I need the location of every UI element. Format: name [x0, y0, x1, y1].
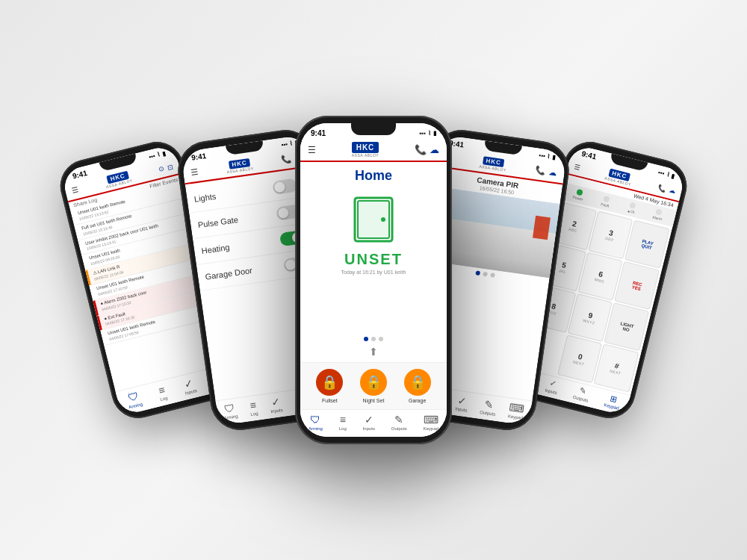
list-icon-outputs: ≡ — [249, 399, 257, 411]
nav-outputs-camera[interactable]: ✎ Outputs — [480, 397, 498, 417]
phone-icon-home[interactable]: 📞 — [415, 144, 427, 155]
battery-icon-keypad: ▮ — [671, 172, 675, 180]
wifi-icon-keypad: ⌇ — [666, 171, 670, 178]
camera-red-object — [533, 216, 551, 240]
output-heating-label: Heating — [201, 243, 230, 255]
battery-icon-home: ▮ — [433, 130, 436, 137]
shield-icon-home: 🛡 — [310, 414, 320, 426]
cloud-icon-home[interactable]: ☁ — [430, 144, 439, 155]
nav-keypad-keypad[interactable]: ⊞ Keypad — [604, 393, 622, 411]
menu-icon-log[interactable]: ☰ — [70, 186, 78, 196]
filter-icon-log[interactable]: ⊡ — [167, 162, 174, 171]
menu-icon-home[interactable]: ☰ — [308, 145, 316, 155]
nav-keypad-home[interactable]: ⌨ Keypad — [424, 414, 438, 431]
nav-inputs-label-outputs: Inputs — [270, 408, 283, 414]
outputs-icon-camera: ✎ — [483, 398, 494, 411]
menu-icon-keypad[interactable]: ☰ — [573, 162, 580, 171]
dot-3 — [379, 337, 383, 341]
outputs-icon-keypad: ✎ — [578, 386, 587, 397]
inputs-icon-home: ✓ — [365, 414, 374, 426]
status-alarm: Alarm — [652, 208, 664, 222]
time-home: 9:41 — [311, 129, 326, 137]
key-rec-yes[interactable]: REC YES — [615, 261, 660, 310]
key-play-quit[interactable]: PLAY QUIT — [624, 220, 670, 269]
nav-inputs-outputs[interactable]: ✓ Inputs — [269, 395, 283, 414]
phone-home: 9:41 ▪▪▪ ⌇ ▮ ☰ HKC ASSA·ABLOY 📞 — [295, 116, 452, 444]
phone-icon-outputs[interactable]: 📞 — [281, 154, 293, 165]
status-icons-home: ▪▪▪ ⌇ ▮ — [419, 130, 436, 137]
hkc-logo-log: HKC ASSA·ABLOY — [104, 170, 133, 189]
wifi-icon: ⌇ — [289, 140, 293, 147]
nav-arming-label-outputs: Arming — [223, 414, 238, 420]
cam-dot-2 — [483, 272, 488, 277]
nav-outputs-keypad[interactable]: ✎ Outputs — [572, 385, 591, 402]
nav-outputs-home-label: Outputs — [391, 426, 407, 431]
signal-icon-keypad: ▪▪▪ — [657, 169, 665, 177]
nav-inputs-log[interactable]: ✓ Inputs — [182, 376, 197, 395]
hkc-logo-outputs: HKC ASSA·ABLOY — [226, 158, 254, 174]
fullset-icon: 🔒 — [316, 369, 343, 396]
arm-btn-fullset[interactable]: 🔒 Fullset — [316, 369, 343, 403]
share-icon-home[interactable]: ⬆ — [369, 346, 378, 358]
unset-text: UNSET — [344, 251, 403, 268]
lights-toggle[interactable] — [272, 178, 297, 195]
time-outputs: 9:41 — [191, 152, 207, 162]
dot-1 — [364, 337, 368, 341]
cam-dot-1 — [475, 270, 480, 276]
nav-outputs-camera-label: Outputs — [480, 410, 496, 417]
lights-toggle-knob — [273, 181, 285, 193]
door-icon-area: UNSET Today at 16:21 by U01 keith — [300, 187, 447, 334]
header-icons-log: ⊙ ⊡ — [158, 162, 174, 173]
cloud-icon-camera[interactable]: ☁ — [548, 167, 557, 178]
nav-log-home-label: Log — [339, 426, 347, 431]
phones-container: 9:41 ▪▪▪ ⌇ ▮ ☰ HKC ASSA·ABLOY ⊙ ⊡ — [37, 19, 710, 541]
dots-row — [300, 334, 447, 344]
header-icons-keypad: 📞 ☁ — [657, 183, 677, 195]
status-icons-camera: ▪▪▪ ⌇ ▮ — [539, 152, 557, 161]
cloud-icon-keypad[interactable]: ☁ — [668, 186, 676, 195]
battery-icon-camera: ▮ — [552, 154, 556, 161]
status-power: Power — [572, 188, 585, 202]
nav-arming-home-label: Arming — [309, 426, 323, 431]
inputs-icon-keypad: ✓ — [548, 379, 557, 390]
key-light-no[interactable]: LIGHT NO — [604, 302, 650, 351]
share-icon-log[interactable]: ⊙ — [158, 164, 165, 173]
nav-inputs-camera[interactable]: ✓ Inputs — [455, 393, 469, 412]
phone-home-screen: 9:41 ▪▪▪ ⌇ ▮ ☰ HKC ASSA·ABLOY 📞 — [300, 123, 447, 437]
logo-box-home: HKC — [352, 142, 379, 153]
cam-dot-3 — [490, 273, 495, 278]
nav-keypad-camera[interactable]: ⌨ Keypad — [508, 401, 525, 420]
nav-log-home[interactable]: ≡ Log — [339, 414, 347, 431]
list-icon-home: ≡ — [340, 414, 346, 426]
arm-btn-nightset[interactable]: 🔒 Night Set — [360, 369, 387, 403]
nav-arming-outputs[interactable]: 🛡 Arming — [222, 402, 238, 420]
nav-log-log[interactable]: ≡ Log — [157, 383, 168, 402]
key-hash[interactable]: # NEXT — [594, 343, 639, 392]
nav-inputs-home[interactable]: ✓ Inputs — [363, 414, 375, 431]
phone-icon-camera[interactable]: 📞 — [534, 165, 546, 176]
signal-icon: ▪▪▪ — [281, 141, 288, 149]
inputs-icon: ✓ — [183, 376, 195, 390]
status-fault: Fault — [601, 195, 611, 208]
status-ot: ▲Ot — [627, 202, 637, 214]
nav-arming-home[interactable]: 🛡 Arming — [309, 414, 323, 431]
nav-outputs-home[interactable]: ✎ Outputs — [391, 414, 407, 431]
nav-outputs-keypad-label: Outputs — [572, 395, 589, 403]
phone-icon-keypad[interactable]: 📞 — [657, 183, 667, 192]
door-svg — [347, 194, 400, 246]
nav-log-label-outputs: Log — [250, 411, 258, 417]
hkc-logo-home: HKC ASSA·ABLOY — [352, 142, 379, 158]
output-lights-label: Lights — [193, 192, 217, 204]
inputs-icon-outputs: ✓ — [270, 395, 281, 408]
svg-point-2 — [381, 217, 385, 222]
signal-icon-home: ▪▪▪ — [419, 130, 426, 137]
menu-icon-outputs[interactable]: ☰ — [190, 167, 199, 178]
nav-inputs-keypad[interactable]: ✓ Inputs — [545, 378, 560, 395]
arm-btn-garage[interactable]: 🔒 Garage — [404, 369, 431, 403]
nav-log-outputs[interactable]: ≡ Log — [249, 399, 258, 417]
arm-buttons: 🔒 Fullset 🔒 Night Set 🔒 Garage — [300, 362, 447, 409]
share-row: ⬆ — [300, 344, 447, 362]
power-label: Power — [572, 195, 583, 202]
nav-arming-log[interactable]: 🛡 Arming — [125, 390, 143, 410]
list-icon: ≡ — [158, 384, 167, 397]
